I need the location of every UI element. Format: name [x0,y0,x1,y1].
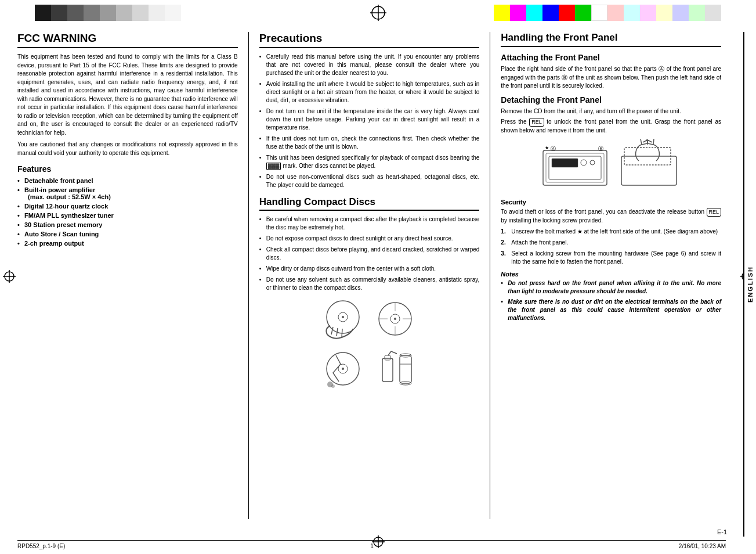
unit-image-1: Ⓐ Ⓑ ★ [540,139,616,194]
col-precautions: Precautions Carefully read this manual b… [249,32,491,519]
cd-images [259,297,480,342]
security-steps: 1.Unscrew the bolt marked ★ at the left … [501,228,721,266]
english-label: ENGLISH [747,266,754,303]
precaution-item: If the unit does not turn on, check the … [259,135,480,151]
fcc-title: FCC WARNING [17,32,238,48]
frontpanel-images: Ⓐ Ⓑ ★ [501,139,721,194]
handling-cd-title: Handling Compact Discs [259,196,480,211]
page-indicator: E-1 [717,528,727,535]
cd-image-4 [371,347,420,392]
color-bar-right [494,5,721,21]
precaution-item: Do not turn on the unit if the temperatu… [259,107,480,132]
detaching-body2: Press the REL to unlock the front panel … [501,118,721,135]
fcc-body: This equipment has been tested and found… [17,53,238,137]
feature-item: FM/AM PLL synthesizer tuner [17,212,238,219]
handling-item: Do not use any solvent such as commercia… [259,276,480,292]
unit-image-2 [618,139,682,194]
col-fcc: FCC WARNING This equipment has been test… [17,32,249,519]
notes-list: Do not press hard on the front panel whe… [501,279,721,322]
notes-section: Notes Do not press hard on the front pan… [501,271,721,322]
footer-left: RPD552_p.1-9 (E) [17,543,65,549]
reg-mark-top-center [370,5,386,22]
svg-rect-28 [385,355,390,360]
footer-center: 1 [370,543,374,549]
svg-point-14 [342,316,344,318]
handling-item: Do not expose compact discs to direct su… [259,235,480,243]
svg-rect-27 [382,358,393,382]
features-list: Detachable front panel Built-in power am… [17,177,238,247]
svg-rect-34 [546,153,604,182]
note-item: Make sure there is no dust or dirt on th… [501,298,721,322]
cd-images-row2 [259,347,480,392]
handling-item: Wipe dirty or damp discs outward from th… [259,265,480,273]
feature-item: Built-in power amplifier (max. output : … [17,186,238,200]
cd-image-1 [319,297,368,342]
page-content: FCC WARNING This equipment has been test… [17,32,739,537]
detaching-title: Detaching the Front Panel [501,95,721,105]
attaching-title: Attaching the Front Panel [501,53,721,62]
reg-mark-left [3,270,16,284]
svg-point-24 [342,368,344,370]
svg-line-46 [653,139,654,145]
cd-image-2 [371,297,420,342]
svg-line-44 [641,139,642,145]
features-title: Features [17,164,238,174]
feature-item: Digital 12-hour quartz clock [17,203,238,210]
security-step: 1.Unscrew the bolt marked ★ at the left … [501,228,721,236]
handling-list: Be careful when removing a compact disc … [259,215,480,292]
feature-item: Detachable front panel [17,177,238,184]
svg-rect-36 [552,159,578,167]
detaching-body: Remove the CD from the unit, if any, and… [501,107,721,116]
svg-rect-42 [621,156,677,185]
security-step: 3.Select a locking screw from the mounti… [501,250,721,266]
precaution-item: This unit has been designed specifically… [259,154,480,170]
svg-point-38 [590,160,595,165]
english-sidebar: ENGLISH [743,32,756,537]
handling-item: Check all compact discs before playing, … [259,246,480,262]
svg-text:Ⓐ: Ⓐ [551,146,556,152]
feature-item: 2-ch preamp output [17,240,238,247]
precaution-item: Do not use non-conventional discs such a… [259,173,480,189]
columns-container: FCC WARNING This equipment has been test… [17,32,739,519]
security-title: Security [501,199,721,206]
color-bar-left [35,5,181,21]
feature-item: 30 Station preset memory [17,221,238,228]
svg-text:★: ★ [545,145,549,150]
security-body: To avoid theft or loss of the front pane… [501,208,721,225]
handling-item: Be careful when removing a compact disc … [259,215,480,232]
notes-title: Notes [501,271,721,278]
svg-point-26 [331,384,335,388]
note-item: Do not press hard on the front panel whe… [501,279,721,296]
footer-right: 2/16/01, 10:23 AM [679,543,726,549]
handling-fp-title: Handling the Front Panel [501,32,721,47]
precaution-item: Carefully read this manual before using … [259,53,480,77]
col-frontpanel: Handling the Front Panel Attaching the F… [490,32,739,519]
precautions-title: Precautions [259,32,480,48]
fcc-body2: You are cautioned that any changes or mo… [17,141,238,157]
precautions-list: Carefully read this manual before using … [259,53,480,189]
svg-rect-33 [543,150,607,185]
svg-text:Ⓑ: Ⓑ [598,146,603,152]
svg-point-37 [581,160,587,166]
svg-rect-29 [400,355,411,383]
security-step: 2.Attach the front panel. [501,239,721,247]
svg-point-17 [394,318,396,320]
cd-image-3 [319,347,368,392]
svg-line-45 [647,139,648,143]
footer: RPD552_p.1-9 (E) 1 2/16/01, 10:23 AM [17,540,726,549]
feature-item: Auto Store / Scan tuning [17,231,238,238]
attaching-body: Place the right hand side of the front p… [501,65,721,91]
precaution-item: Avoid installing the unit where it would… [259,80,480,105]
